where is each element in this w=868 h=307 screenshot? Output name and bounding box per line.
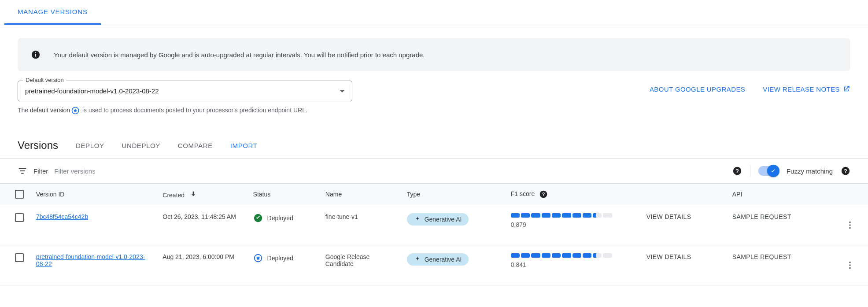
external-link-icon	[842, 85, 850, 93]
f1-score: 0.841	[511, 261, 612, 268]
f1-progress: 0.879	[511, 213, 612, 228]
svg-point-17	[850, 267, 851, 269]
svg-point-12	[850, 224, 851, 226]
row-menu-button[interactable]	[845, 211, 864, 239]
versions-table: Version ID Created Status Name Type F1 s…	[0, 184, 868, 285]
default-version-field: Default version pretrained-foundation-mo…	[18, 81, 352, 101]
view-details-button[interactable]: VIEW DETAILS	[646, 213, 691, 220]
svg-text:?: ?	[735, 168, 739, 174]
star-icon	[71, 106, 80, 115]
svg-rect-1	[35, 54, 36, 56]
filter-label: Filter	[33, 167, 48, 175]
default-version-select[interactable]: pretrained-foundation-model-v1.0-2023-08…	[18, 81, 352, 101]
type-label: Generative AI	[425, 216, 462, 223]
status-text: Deployed	[267, 215, 293, 222]
svg-point-11	[850, 222, 851, 223]
sample-request-button[interactable]: SAMPLE REQUEST	[732, 253, 791, 260]
sample-request-button[interactable]: SAMPLE REQUEST	[732, 213, 791, 220]
svg-point-15	[850, 262, 851, 263]
svg-rect-2	[35, 52, 36, 53]
undeploy-button[interactable]: UNDEPLOY	[122, 142, 160, 149]
filter-icon	[18, 166, 27, 176]
header-created[interactable]: Created	[158, 184, 248, 205]
default-version-value: pretrained-foundation-model-v1.0-2023-08…	[25, 87, 159, 95]
table-row: pretrained-foundation-model-v1.0-2023-08…	[0, 245, 868, 285]
header-version-id[interactable]: Version ID	[32, 184, 158, 205]
version-id-link[interactable]: pretrained-foundation-model-v1.0-2023-08…	[36, 253, 145, 267]
import-button[interactable]: IMPORT	[230, 142, 258, 149]
version-id-link[interactable]: 7bc48f54ca54c42b	[36, 213, 88, 220]
fuzzy-help-icon[interactable]: ?	[841, 166, 850, 176]
tab-bar: MANAGE VERSIONS	[0, 0, 868, 25]
check-icon	[770, 167, 777, 174]
helper-bold: default version	[30, 107, 70, 114]
status-text: Deployed	[267, 255, 293, 262]
view-details-button[interactable]: VIEW DETAILS	[646, 253, 691, 260]
header-api[interactable]: API	[728, 184, 841, 205]
versions-title: Versions	[18, 139, 58, 152]
svg-point-16	[850, 264, 851, 266]
header-status[interactable]: Status	[249, 184, 321, 205]
name-cell: Google Release Candidate	[321, 245, 403, 285]
filter-bar: Filter ? Fuzzy matching ?	[0, 158, 868, 184]
f1-help-icon[interactable]: ?	[539, 190, 548, 199]
about-upgrades-link[interactable]: ABOUT GOOGLE UPGRADES	[650, 85, 745, 93]
filter-help-icon[interactable]: ?	[732, 166, 742, 176]
type-badge: Generative AI	[407, 213, 469, 226]
info-icon	[31, 50, 41, 59]
header-type[interactable]: Type	[403, 184, 506, 205]
fuzzy-matching-toggle[interactable]	[758, 166, 779, 176]
release-notes-link[interactable]: VIEW RELEASE NOTES	[763, 85, 850, 93]
helper-post: is used to process documents posted to y…	[81, 107, 307, 114]
sparkle-icon	[414, 256, 421, 263]
default-version-helper: The default version is used to process d…	[18, 106, 335, 115]
table-row: 7bc48f54ca54c42bOct 26, 2023, 11:48:25 A…	[0, 205, 868, 245]
type-label: Generative AI	[425, 256, 462, 263]
compare-button[interactable]: COMPARE	[178, 142, 213, 149]
svg-text:?: ?	[844, 168, 847, 174]
default-version-label: Default version	[23, 77, 66, 83]
header-f1[interactable]: F1 score ?	[506, 184, 642, 205]
header-created-label: Created	[163, 192, 185, 199]
info-banner: Your default version is managed by Googl…	[18, 38, 850, 71]
header-f1-label: F1 score	[511, 190, 535, 197]
name-cell: fine-tune-v1	[321, 205, 403, 245]
f1-score: 0.879	[511, 221, 612, 228]
f1-progress: 0.841	[511, 253, 612, 268]
row-menu-button[interactable]	[845, 252, 864, 279]
info-message: Your default version is managed by Googl…	[54, 51, 425, 59]
row-checkbox[interactable]	[15, 253, 24, 262]
sort-descending-icon	[190, 192, 197, 199]
star-circle-icon	[253, 253, 263, 263]
svg-text:?: ?	[542, 192, 545, 197]
svg-point-13	[850, 227, 851, 229]
row-checkbox[interactable]	[15, 213, 24, 222]
fuzzy-matching-label: Fuzzy matching	[787, 167, 833, 175]
select-all-checkbox[interactable]	[15, 190, 24, 199]
release-notes-label: VIEW RELEASE NOTES	[763, 85, 840, 93]
sparkle-icon	[414, 216, 421, 223]
deploy-button[interactable]: DEPLOY	[76, 142, 104, 149]
dropdown-caret-icon	[340, 90, 345, 92]
header-name[interactable]: Name	[321, 184, 403, 205]
type-badge: Generative AI	[407, 253, 469, 266]
created-cell: Aug 21, 2023, 6:00:00 PM	[158, 245, 248, 285]
created-cell: Oct 26, 2023, 11:48:25 AM	[158, 205, 248, 245]
divider	[750, 165, 750, 177]
helper-pre: The	[18, 107, 30, 114]
filter-input[interactable]	[54, 167, 726, 175]
tab-manage-versions[interactable]: MANAGE VERSIONS	[4, 0, 101, 25]
check-circle-icon	[253, 213, 263, 223]
